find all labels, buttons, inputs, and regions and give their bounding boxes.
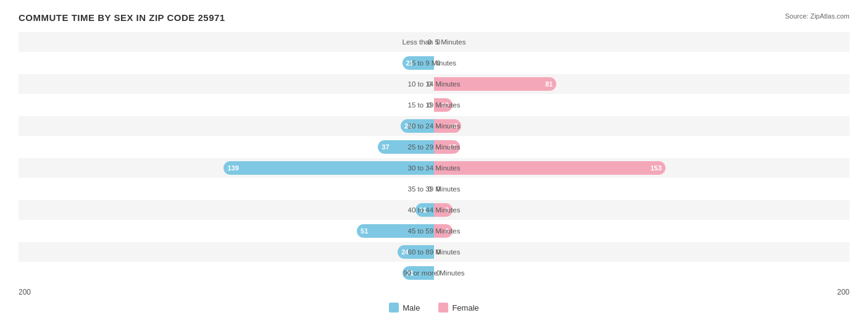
left-section: 37 bbox=[19, 137, 434, 157]
bar-male: 139 bbox=[223, 161, 434, 175]
legend: Male Female bbox=[19, 303, 849, 313]
right-section: 0 bbox=[434, 32, 849, 52]
male-value: 11 bbox=[419, 206, 427, 214]
right-section: 0 bbox=[434, 242, 849, 262]
female-zero: 0 bbox=[436, 269, 440, 277]
female-value: 18 bbox=[450, 122, 457, 130]
left-section: 0 bbox=[19, 95, 434, 115]
female-value: 17 bbox=[448, 143, 456, 151]
table-row: 51 45 to 59 Minutes 6 bbox=[19, 221, 849, 241]
bar-female: 10 bbox=[434, 98, 453, 112]
bar-female: 3 bbox=[434, 203, 453, 217]
female-color-box bbox=[438, 303, 448, 313]
bar-male: 21 bbox=[403, 266, 434, 280]
left-section: 0 bbox=[19, 74, 434, 94]
female-label: Female bbox=[452, 303, 478, 313]
left-section: 21 bbox=[19, 53, 434, 73]
male-value: 21 bbox=[406, 269, 414, 277]
male-value: 24 bbox=[401, 248, 409, 256]
table-row: 24 60 to 89 Minutes 0 bbox=[19, 242, 849, 262]
left-section: 24 bbox=[19, 242, 434, 262]
female-value: 153 bbox=[650, 164, 661, 172]
male-value: 51 bbox=[361, 227, 368, 235]
female-value: 81 bbox=[545, 80, 553, 88]
axis-right-label: 200 bbox=[837, 288, 849, 296]
left-section: 139 bbox=[19, 158, 434, 178]
male-zero: 0 bbox=[428, 38, 432, 46]
left-section: 0 bbox=[19, 32, 434, 52]
right-section: 3 bbox=[434, 200, 849, 220]
chart-title: COMMUTE TIME BY SEX IN ZIP CODE 25971 bbox=[19, 12, 849, 23]
chart-container: COMMUTE TIME BY SEX IN ZIP CODE 25971 So… bbox=[0, 0, 868, 323]
male-color-box bbox=[389, 303, 399, 313]
female-value: 3 bbox=[445, 206, 449, 214]
right-section: 0 bbox=[434, 263, 849, 283]
table-row: 21 5 to 9 Minutes 0 bbox=[19, 53, 849, 73]
table-row: 0 10 to 14 Minutes 81 bbox=[19, 74, 849, 94]
male-zero: 0 bbox=[428, 185, 432, 193]
right-section: 6 bbox=[434, 221, 849, 241]
left-section: 51 bbox=[19, 221, 434, 241]
female-zero: 0 bbox=[436, 185, 440, 193]
right-section: 0 bbox=[434, 53, 849, 73]
male-zero: 0 bbox=[428, 101, 432, 109]
left-section: 0 bbox=[19, 179, 434, 199]
table-row: 0 Less than 5 Minutes 0 bbox=[19, 32, 849, 52]
bar-male: 22 bbox=[401, 119, 434, 133]
female-zero: 0 bbox=[436, 59, 440, 67]
table-row: 0 35 to 39 Minutes 0 bbox=[19, 179, 849, 199]
bar-male: 51 bbox=[357, 224, 434, 238]
left-section: 11 bbox=[19, 200, 434, 220]
right-section: 153 bbox=[434, 158, 849, 178]
bar-female: 81 bbox=[434, 77, 556, 91]
left-section: 22 bbox=[19, 116, 434, 136]
table-row: 22 20 to 24 Minutes 18 bbox=[19, 116, 849, 136]
legend-female: Female bbox=[438, 303, 478, 313]
table-row: 139 30 to 34 Minutes 153 bbox=[19, 158, 849, 178]
male-value: 37 bbox=[382, 143, 389, 151]
table-row: 37 25 to 29 Minutes 17 bbox=[19, 137, 849, 157]
female-value: 10 bbox=[441, 101, 449, 109]
bar-female: 18 bbox=[434, 119, 461, 133]
male-value: 21 bbox=[406, 59, 414, 67]
bar-female: 6 bbox=[434, 224, 453, 238]
female-zero: 0 bbox=[436, 38, 440, 46]
bar-male: 11 bbox=[415, 203, 434, 217]
bar-male: 37 bbox=[378, 140, 434, 154]
table-row: 21 90 or more Minutes 0 bbox=[19, 263, 849, 283]
male-label: Male bbox=[403, 303, 420, 313]
female-value: 6 bbox=[445, 227, 449, 235]
right-section: 10 bbox=[434, 95, 849, 115]
bar-female: 153 bbox=[434, 161, 666, 175]
chart-area: 0 Less than 5 Minutes 0 21 5 to 9 Minute… bbox=[19, 32, 849, 313]
source-label: Source: ZipAtlas.com bbox=[785, 12, 849, 20]
right-section: 0 bbox=[434, 179, 849, 199]
right-section: 17 bbox=[434, 137, 849, 157]
table-row: 0 15 to 19 Minutes 10 bbox=[19, 95, 849, 115]
table-row: 11 40 to 44 Minutes 3 bbox=[19, 200, 849, 220]
right-section: 81 bbox=[434, 74, 849, 94]
bar-male: 24 bbox=[398, 245, 434, 259]
female-zero: 0 bbox=[436, 248, 440, 256]
male-zero: 0 bbox=[428, 80, 432, 88]
left-section: 21 bbox=[19, 263, 434, 283]
male-value: 139 bbox=[227, 164, 238, 172]
bar-female: 17 bbox=[434, 140, 460, 154]
right-section: 18 bbox=[434, 116, 849, 136]
axis-labels-bottom: 200 200 bbox=[19, 288, 849, 296]
axis-left-label: 200 bbox=[19, 288, 31, 296]
male-value: 22 bbox=[404, 122, 412, 130]
legend-male: Male bbox=[389, 303, 420, 313]
bar-male: 21 bbox=[403, 56, 434, 70]
rows-wrapper: 0 Less than 5 Minutes 0 21 5 to 9 Minute… bbox=[19, 32, 849, 283]
